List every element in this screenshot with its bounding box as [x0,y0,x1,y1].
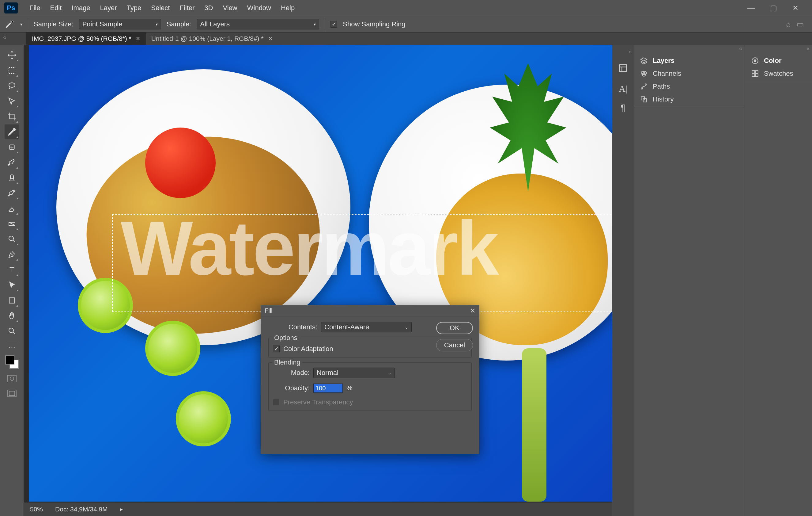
clone-stamp-tool[interactable] [5,170,19,185]
panel-tab-channels[interactable]: Channels [634,67,745,80]
move-tool[interactable] [5,48,19,62]
marquee-tool[interactable] [5,63,19,78]
screen-mode-icon[interactable] [6,388,18,398]
dialog-close-icon[interactable]: ✕ [470,307,475,315]
menu-select[interactable]: Select [146,4,175,12]
sample-select[interactable]: All Layers ▾ [197,19,319,29]
menu-file[interactable]: File [25,4,45,12]
preserve-transparency-label: Preserve Transparency [283,398,353,406]
dodge-tool[interactable] [5,232,19,246]
crop-tool[interactable] [5,109,19,124]
hand-tool[interactable] [5,308,19,323]
minimize-icon[interactable]: — [747,4,755,12]
cancel-button[interactable]: Cancel [436,339,473,351]
menu-bar: Ps File Edit Image Layer Type Select Fil… [0,0,812,16]
tool-preset-eyedropper-icon[interactable] [4,19,15,29]
menu-edit[interactable]: Edit [45,4,66,12]
zoom-level[interactable]: 50% [30,506,43,513]
paragraph-panel-icon[interactable]: ¶ [620,102,626,113]
tab-close-icon[interactable]: ✕ [268,35,272,42]
menu-type[interactable]: Type [122,4,146,12]
gradient-tool[interactable] [5,216,19,231]
libraries-icon[interactable] [618,63,628,75]
mode-label: Mode: [273,369,310,377]
edit-toolbar-icon[interactable]: ⋯ [5,344,19,352]
panel-label: Color [764,57,781,65]
doc-info[interactable]: Doc: 34,9M/34,9M [55,506,108,513]
window-controls: — ▢ ✕ [747,4,808,12]
separator [28,18,28,30]
character-panel-icon[interactable]: A| [619,83,627,94]
healing-brush-tool[interactable] [5,140,19,155]
chevron-right-icon[interactable]: ▸ [120,506,123,513]
panel-tab-layers[interactable]: Layers [634,54,745,67]
collapse-icon[interactable]: « [634,45,745,52]
mode-select[interactable]: Normal ⌄ [313,368,395,378]
menu-filter[interactable]: Filter [175,4,199,12]
menu-3d[interactable]: 3D [199,4,218,12]
brush-tool[interactable] [5,155,19,170]
chevron-down-icon: ⌄ [405,325,408,330]
sample-size-value: Point Sample [82,20,122,28]
tab-close-icon[interactable]: ✕ [136,35,140,42]
dialog-titlebar[interactable]: Fill ✕ [261,305,479,317]
search-icon[interactable]: ⌕ [786,20,791,29]
color-adaptation-checkbox[interactable] [273,346,280,352]
svg-point-1 [9,83,15,87]
document-tab[interactable]: Untitled-1 @ 100% (Layer 1, RGB/8#) * ✕ [146,32,278,45]
svg-rect-11 [8,390,16,397]
fill-dialog: Fill ✕ Contents: Content-Aware ⌄ Options… [261,305,480,454]
collapse-tabs-icon[interactable]: « [3,34,6,41]
quick-mask-icon[interactable] [6,374,18,384]
color-adaptation-label: Color Adaptation [283,345,333,353]
path-select-tool[interactable] [5,278,19,293]
opacity-label: Opacity: [273,384,310,392]
zoom-tool[interactable] [5,324,19,338]
shape-tool[interactable] [5,293,19,308]
eraser-tool[interactable] [5,201,19,216]
panel-label: Swatches [764,70,793,78]
panel-tab-swatches[interactable]: Swatches [745,67,812,80]
separator [6,341,18,341]
opacity-input[interactable] [313,384,343,393]
color-swatch[interactable] [5,355,19,369]
preserve-transparency-checkbox [273,399,280,406]
chevron-down-icon[interactable]: ▾ [20,22,22,27]
menu-layer[interactable]: Layer [95,4,122,12]
close-icon[interactable]: ✕ [792,4,799,12]
panel-label: Layers [653,57,674,65]
eyedropper-tool[interactable] [5,125,19,139]
history-brush-tool[interactable] [5,186,19,200]
panel-group: Color Swatches [745,52,812,82]
ok-button[interactable]: OK [436,322,473,334]
svg-point-10 [10,377,14,380]
menu-help[interactable]: Help [276,4,299,12]
separator [325,18,325,30]
image-content [176,391,231,446]
foreground-color[interactable] [5,355,14,364]
lasso-tool[interactable] [5,79,19,93]
type-tool[interactable] [5,263,19,277]
quick-select-tool[interactable] [5,94,19,109]
panel-tab-paths[interactable]: Paths [634,80,745,93]
menu-window[interactable]: Window [242,4,276,12]
maximize-icon[interactable]: ▢ [770,4,777,12]
collapse-icon[interactable]: « [745,45,812,52]
svg-rect-12 [9,391,15,396]
panel-tab-history[interactable]: History [634,93,745,106]
menu-image[interactable]: Image [66,4,95,12]
show-ring-checkbox[interactable] [330,21,337,28]
blending-legend: Blending [272,358,302,366]
svg-rect-20 [643,99,646,102]
image-content [145,321,200,376]
pen-tool[interactable] [5,247,19,262]
sample-size-select[interactable]: Point Sample ▾ [79,19,161,29]
contents-select[interactable]: Content-Aware ⌄ [321,322,412,332]
workspace-switcher-icon[interactable]: ▭ [796,20,804,29]
menu-view[interactable]: View [218,4,242,12]
collapse-icon[interactable]: « [629,49,634,55]
document-tab-active[interactable]: IMG_2937.JPG @ 50% (RGB/8*) * ✕ [26,32,146,45]
panel-tab-color[interactable]: Color [745,54,812,67]
chevron-down-icon: ▾ [155,22,158,27]
svg-rect-23 [752,71,755,73]
